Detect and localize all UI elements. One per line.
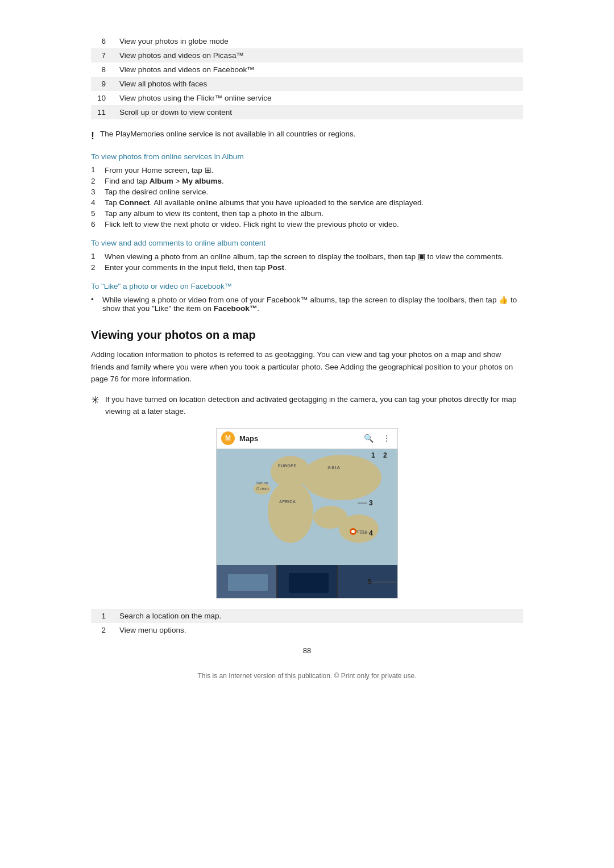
step-number: 1 [91, 165, 105, 174]
step-number: 3 [91, 188, 105, 196]
search-icon: 🔍 [362, 432, 375, 445]
table-row: 9View all photos with faces [91, 77, 523, 91]
list-item: 2Find and tap Album > My albums. [91, 177, 523, 185]
step-number: 2 [91, 263, 105, 272]
bullet-symbol: • [91, 295, 102, 304]
row-text: View your photos in globe mode [114, 34, 523, 48]
section-map-body: Adding location information to photos is… [91, 348, 523, 385]
section-like: To "Like" a photo or video on Facebook™ … [91, 282, 523, 313]
map-image-container: M Maps 🔍 ⋮ [91, 428, 523, 599]
page-footer: This is an Internet version of this publ… [91, 672, 523, 680]
bottom-table: 1Search a location on the map.2View menu… [91, 609, 523, 637]
list-item: 2Enter your comments in the input field,… [91, 263, 523, 272]
svg-text:1: 1 [371, 451, 375, 459]
step-number: 1 [91, 252, 105, 260]
row-num: 6 [91, 34, 114, 48]
list-item: 5Tap any album to view its content, then… [91, 209, 523, 218]
map-logo: M [221, 431, 235, 445]
tip-block: ✳ If you have turned on location detecti… [91, 393, 523, 418]
svg-point-3 [268, 480, 313, 543]
step-number: 4 [91, 198, 105, 207]
section-online-album-title: To view photos from online services in A… [91, 152, 523, 161]
row-text: View photos using the Flickr™ online ser… [114, 91, 523, 105]
table-row: 7View photos and videos on Picasa™ [91, 48, 523, 63]
note-text: The PlayMemories online service is not a… [100, 130, 355, 138]
tip-text: If you have turned on location detection… [105, 393, 523, 418]
table-row: 6View your photos in globe mode [91, 34, 523, 48]
row-num: 1 [91, 609, 114, 623]
table-row: 10View photos using the Flickr™ online s… [91, 91, 523, 105]
section-map: Viewing your photos on a map Adding loca… [91, 329, 523, 637]
list-item: 6Flick left to view the next photo or vi… [91, 220, 523, 229]
svg-text:5: 5 [368, 578, 372, 586]
bullet-text: While viewing a photo or video from one … [102, 295, 523, 313]
svg-point-5 [339, 514, 379, 543]
svg-text:3: 3 [369, 499, 373, 507]
list-item: 3Tap the desired online service. [91, 188, 523, 196]
row-num: 11 [91, 105, 114, 119]
step-text: Tap the desired online service. [105, 188, 523, 196]
step-text: Enter your comments in the input field, … [105, 263, 523, 272]
step-number: 6 [91, 220, 105, 229]
row-text: View photos and videos on Facebook™ [114, 63, 523, 77]
svg-point-2 [302, 455, 381, 500]
table-row: 1Search a location on the map. [91, 609, 523, 623]
step-text: Tap any album to view its content, then … [105, 209, 523, 218]
list-item: 4Tap Connect. All available online album… [91, 198, 523, 207]
step-text: When viewing a photo from an online albu… [105, 252, 523, 261]
svg-text:Ocean: Ocean [256, 487, 269, 491]
step-number: 5 [91, 209, 105, 218]
page-number: 88 [91, 646, 523, 655]
svg-point-14 [351, 530, 355, 533]
svg-rect-25 [228, 574, 268, 591]
svg-text:ASIA: ASIA [327, 465, 341, 470]
map-svg: ASIA EUROPE AFRICA Indian Ocean AUSTRA..… [217, 449, 398, 599]
map-title: Maps [239, 434, 258, 443]
section-comments: To view and add comments to online album… [91, 239, 523, 272]
row-text: View all photos with faces [114, 77, 523, 91]
map-background: M Maps 🔍 ⋮ [217, 429, 397, 598]
note-icon: ! [91, 130, 94, 142]
row-num: 10 [91, 91, 114, 105]
comments-steps: 1When viewing a photo from an online alb… [91, 252, 523, 272]
table-row: 2View menu options. [91, 623, 523, 637]
row-num: 8 [91, 63, 114, 77]
row-num: 2 [91, 623, 114, 637]
step-text: Flick left to view the next photo or vid… [105, 220, 523, 229]
table-row: 8View photos and videos on Facebook™ [91, 63, 523, 77]
svg-text:EUROPE: EUROPE [278, 464, 297, 468]
svg-text:AFRICA: AFRICA [279, 500, 296, 504]
list-item: 1When viewing a photo from an online alb… [91, 252, 523, 261]
row-text: Search a location on the map. [114, 609, 523, 623]
row-num: 9 [91, 77, 114, 91]
map-image: M Maps 🔍 ⋮ [216, 428, 398, 599]
section-map-heading: Viewing your photos on a map [91, 329, 523, 342]
step-text: From your Home screen, tap ⊞. [105, 165, 523, 175]
map-toolbar: M Maps 🔍 ⋮ [217, 429, 397, 449]
row-text: View menu options. [114, 623, 523, 637]
map-toolbar-icons: 🔍 ⋮ [362, 432, 393, 445]
step-text: Find and tap Album > My albums. [105, 177, 523, 185]
step-number: 2 [91, 177, 105, 185]
svg-text:4: 4 [369, 529, 373, 537]
row-text: Scroll up or down to view content [114, 105, 523, 119]
section-like-title: To "Like" a photo or video on Facebook™ [91, 282, 523, 290]
svg-rect-26 [289, 573, 329, 593]
table-row: 11Scroll up or down to view content [91, 105, 523, 119]
note-block: ! The PlayMemories online service is not… [91, 130, 523, 142]
tip-icon: ✳ [91, 394, 99, 406]
more-icon: ⋮ [380, 432, 393, 445]
step-text: Tap Connect. All available online albums… [105, 198, 523, 207]
svg-text:Indian: Indian [256, 481, 268, 485]
row-text: View photos and videos on Picasa™ [114, 48, 523, 63]
list-item: •While viewing a photo or video from one… [91, 295, 523, 313]
online-album-steps: 1From your Home screen, tap ⊞.2Find and … [91, 165, 523, 229]
section-online-album: To view photos from online services in A… [91, 152, 523, 229]
section-comments-title: To view and add comments to online album… [91, 239, 523, 247]
top-numbered-table: 6View your photos in globe mode7View pho… [91, 34, 523, 119]
row-num: 7 [91, 48, 114, 63]
like-bullets: •While viewing a photo or video from one… [91, 295, 523, 313]
svg-text:2: 2 [383, 451, 387, 459]
list-item: 1From your Home screen, tap ⊞. [91, 165, 523, 175]
